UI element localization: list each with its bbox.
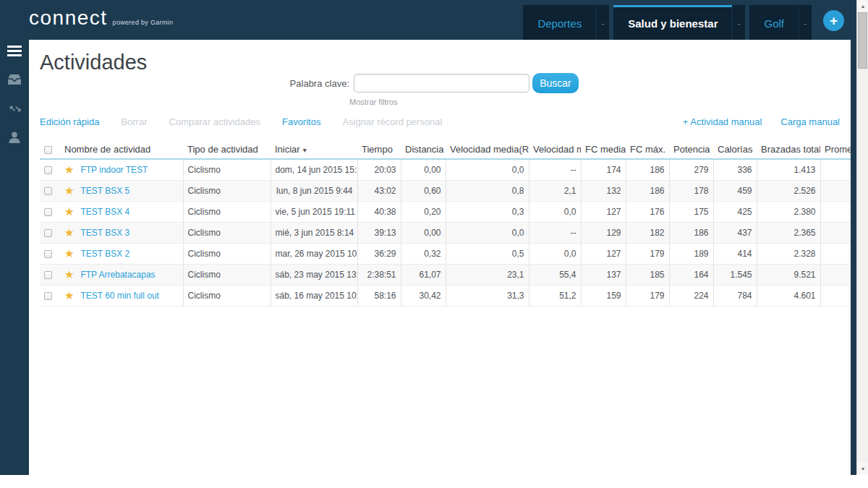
time-cell: 43:02 — [357, 181, 401, 202]
action-link-2: Comparar actividades — [169, 116, 260, 127]
max-hr-cell: 179 — [626, 244, 669, 265]
avg-speed-cell: 23,1 — [446, 265, 529, 286]
power-cell: 175 — [669, 202, 713, 223]
time-cell: 40:38 — [357, 202, 401, 223]
tab-golf[interactable]: Golf — [749, 5, 799, 40]
calories-cell: 784 — [713, 286, 757, 307]
avg-hr-cell: 137 — [581, 265, 626, 286]
col-calories[interactable]: Calorías — [713, 142, 757, 159]
favorite-star-icon[interactable]: ★ — [64, 289, 74, 301]
table-row: ★FTP indoor TEST Ciclismo dom, 14 jun 20… — [40, 159, 851, 181]
start-cell: dom, 14 jun 2015 15:24 — [271, 159, 357, 181]
activity-name-link[interactable]: TEST BSX 2 — [80, 249, 129, 259]
action-link-1: Borrar — [121, 116, 147, 127]
favorite-star-icon[interactable]: ★ — [64, 184, 74, 197]
col-activity-type[interactable]: Tipo de actividad — [183, 142, 271, 159]
frame-right-strip — [851, 40, 856, 475]
activity-type-cell: Ciclismo — [183, 202, 271, 223]
activity-name-link[interactable]: TEST BSX 3 — [80, 228, 129, 238]
col-truncated[interactable]: Prome — [820, 142, 851, 159]
favorite-star-icon[interactable]: ★ — [64, 268, 74, 281]
manual-action-link-1[interactable]: Carga manual — [780, 116, 840, 127]
col-max-speed[interactable]: Velocidad má — [529, 142, 581, 159]
activity-name-link[interactable]: TEST BSX 5 — [80, 186, 129, 196]
inbox-icon[interactable] — [0, 72, 29, 87]
manual-action-link-0[interactable]: + Actividad manual — [683, 116, 762, 127]
col-power[interactable]: Potencia m — [669, 142, 713, 159]
row-checkbox[interactable] — [44, 229, 52, 237]
calories-cell: 459 — [713, 181, 757, 202]
distance-cell: 0,32 — [401, 244, 446, 265]
avg-speed-cell: 0,0 — [446, 223, 529, 244]
activity-type-cell: Ciclismo — [183, 244, 271, 265]
search-button[interactable]: Buscar — [532, 73, 579, 93]
activity-name-link[interactable]: FTP Arrebatacapas — [80, 270, 155, 280]
col-start[interactable]: Iniciar▾ — [271, 142, 357, 159]
avg-hr-cell: 174 — [581, 159, 626, 181]
tab-deportes[interactable]: Deportes — [523, 5, 596, 40]
row-checkbox[interactable] — [44, 208, 52, 216]
row-checkbox[interactable] — [44, 187, 52, 195]
scrollbar-thumb[interactable] — [858, 12, 867, 69]
max-speed-cell: -- — [529, 223, 581, 244]
sync-arrows-icon[interactable]: ↖↘ — [0, 100, 29, 116]
max-speed-cell: 0,0 — [529, 202, 581, 223]
row-checkbox[interactable] — [44, 166, 52, 174]
activity-name-link[interactable]: TEST BSX 4 — [80, 207, 129, 217]
action-link-0[interactable]: Edición rápida — [40, 116, 99, 127]
row-select-cell — [40, 159, 60, 181]
distance-cell: 0,20 — [401, 202, 446, 223]
connect-logo[interactable]: connect powered by Garmin — [29, 7, 173, 29]
tab-deportes-menu-toggle[interactable]: - — [596, 5, 609, 40]
activity-name-link[interactable]: TEST 60 min full out — [80, 291, 159, 301]
avg-hr-cell: 127 — [581, 244, 626, 265]
favorite-star-icon[interactable]: ★ — [64, 205, 74, 218]
activity-type-cell: Ciclismo — [183, 181, 271, 202]
col-avg-speed[interactable]: Velocidad media(Ritm — [446, 142, 529, 159]
max-speed-cell: 2,1 — [529, 181, 581, 202]
row-checkbox[interactable] — [44, 292, 52, 300]
strokes-cell: 2.526 — [757, 181, 820, 202]
strokes-cell: 1.413 — [757, 159, 820, 181]
show-filters-link[interactable]: Mostrar filtros — [349, 98, 398, 106]
distance-cell: 61,07 — [401, 265, 446, 286]
row-checkbox[interactable] — [44, 250, 52, 258]
action-link-4: Asignar récord personal — [342, 116, 442, 127]
scrollbar-down-arrow[interactable]: ▼ — [857, 463, 868, 474]
favorite-star-icon[interactable]: ★ — [64, 226, 74, 239]
favorite-star-icon[interactable]: ★ — [64, 247, 74, 260]
start-cell: mar, 26 may 2015 10:11 — [271, 244, 357, 265]
action-bar-right: + Actividad manualCarga manual — [683, 116, 840, 127]
add-tab-button[interactable]: + — [823, 10, 844, 31]
calories-cell: 437 — [713, 223, 757, 244]
action-bar: Edición rápidaBorrarComparar actividades… — [40, 116, 840, 127]
tab-golf-menu-toggle[interactable]: - — [799, 5, 812, 40]
favorite-star-icon[interactable]: ★ — [64, 163, 74, 176]
row-checkbox[interactable] — [44, 271, 52, 279]
action-link-3[interactable]: Favoritos — [282, 116, 320, 127]
menu-icon[interactable] — [0, 43, 29, 59]
left-sidebar: ↖↘ — [0, 40, 29, 475]
vertical-scrollbar[interactable]: ▲ ▼ — [856, 0, 868, 474]
power-cell: 279 — [669, 159, 713, 181]
col-avg-hr[interactable]: FC media — [581, 142, 626, 159]
col-total-strokes[interactable]: Brazadas total — [757, 142, 820, 159]
table-row: ★TEST BSX 3 Ciclismo mié, 3 jun 2015 8:1… — [40, 223, 851, 244]
max-hr-cell: 179 — [626, 286, 669, 307]
activity-name-link[interactable]: FTP indoor TEST — [80, 165, 148, 175]
table-row: ★FTP Arrebatacapas Ciclismo sáb, 23 may … — [40, 265, 851, 286]
col-max-hr[interactable]: FC máx. — [626, 142, 669, 159]
user-icon[interactable] — [0, 129, 29, 145]
time-cell: 20:03 — [357, 159, 401, 181]
select-all-checkbox[interactable] — [44, 146, 52, 154]
search-label: Palabra clave: — [286, 78, 349, 89]
table-row: ★TEST BSX 2 Ciclismo mar, 26 may 2015 10… — [40, 244, 851, 265]
col-distance[interactable]: Distancia — [401, 142, 446, 159]
col-activity-name[interactable]: Nombre de actividad — [60, 142, 183, 159]
scrollbar-up-arrow[interactable]: ▲ — [857, 0, 868, 12]
tab-salud-y-bienestar[interactable]: Salud y bienestar — [613, 5, 732, 40]
calories-cell: 425 — [713, 202, 757, 223]
search-input[interactable] — [354, 74, 529, 93]
tab-salud-menu-toggle[interactable]: - — [732, 5, 745, 40]
col-time[interactable]: Tiempo — [357, 142, 401, 159]
